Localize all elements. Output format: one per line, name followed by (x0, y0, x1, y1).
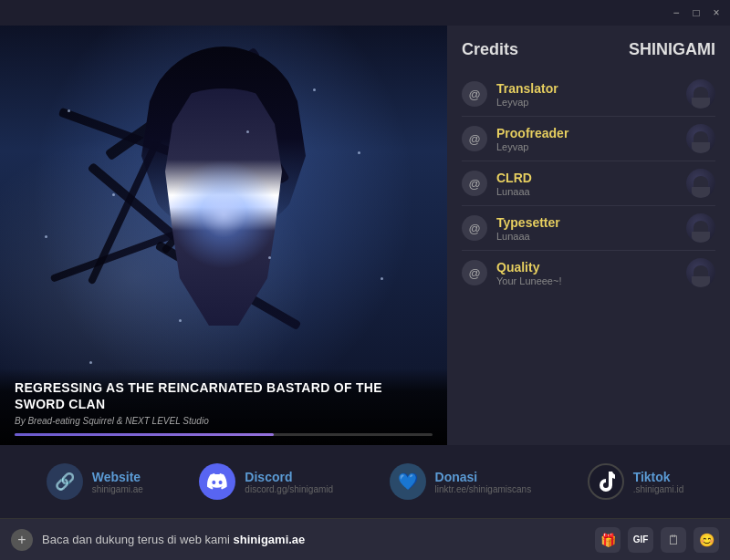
tiktok-text-group: Tiktok .shinigami.id (633, 470, 684, 494)
credit-avatar-typesetter (686, 213, 715, 243)
credit-name-clrd: Lunaaa (496, 186, 686, 197)
website-text-group: Website shinigami.ae (92, 470, 143, 494)
particle (68, 109, 70, 112)
credit-name-quality: Your Luneee~! (496, 275, 686, 286)
credit-item-quality: @ Quality Your Luneee~! (462, 251, 715, 295)
tiktok-icon (588, 463, 624, 500)
donasi-url: linktr.ee/shinigamiscans (435, 484, 532, 494)
credit-info-typesetter: Typesetter Lunaaa (496, 215, 686, 242)
gif-button[interactable]: GIF (628, 527, 653, 553)
links-bar: 🔗 Website shinigami.ae Discord discord.g… (0, 445, 730, 518)
particle (358, 151, 360, 154)
donasi-label: Donasi (435, 470, 532, 484)
emoji-button[interactable]: 😊 (694, 527, 719, 553)
credit-avatar-proofreader (686, 124, 715, 153)
at-icon-typesetter: @ (462, 215, 487, 241)
at-icon-clrd: @ (462, 171, 487, 196)
manga-author: By Bread-eating Squirrel & NEXT LEVEL St… (15, 416, 433, 426)
credit-role-clrd: CLRD (496, 171, 686, 185)
particle (89, 361, 92, 364)
add-content-button[interactable]: + (11, 529, 33, 551)
credit-name-typesetter: Lunaaa (496, 231, 686, 242)
credit-role-typesetter: Typesetter (496, 215, 686, 230)
credit-avatar-quality (686, 258, 715, 287)
at-icon-translator: @ (462, 81, 487, 107)
titlebar: − □ × (0, 0, 730, 26)
progress-bar-wrap (15, 433, 433, 436)
main-area: REGRESSING AS THE REINCARNATED BASTARD O… (0, 26, 730, 445)
website-url: shinigami.ae (92, 484, 143, 494)
link-website[interactable]: 🔗 Website shinigami.ae (47, 463, 143, 500)
credit-item-translator: @ Translator Leyvap (462, 72, 715, 117)
shinigami-label: SHINIGAMI (629, 40, 715, 59)
minimize-button[interactable]: − (670, 6, 683, 19)
credit-info-proofreader: Proofreader Leyvap (496, 126, 686, 152)
credit-info-translator: Translator Leyvap (496, 81, 686, 108)
center-glow (169, 160, 278, 269)
credit-name-translator: Leyvap (496, 97, 686, 108)
discord-url: discord.gg/shinigamid (245, 484, 333, 494)
right-panel: Credits SHINIGAMI @ Translator Leyvap @ … (447, 26, 730, 445)
cover-image: REGRESSING AS THE REINCARNATED BASTARD O… (0, 26, 447, 445)
particle (45, 235, 47, 238)
credit-item-typesetter: @ Typesetter Lunaaa (462, 206, 715, 251)
link-donasi[interactable]: 💙 Donasi linktr.ee/shinigamiscans (390, 463, 532, 500)
credit-item-clrd: @ CLRD Lunaaa (462, 161, 715, 206)
chat-message-highlight: shinigami.ae (234, 533, 306, 546)
credit-role-quality: Quality (496, 260, 686, 275)
credit-role-translator: Translator (496, 81, 686, 96)
gift-button[interactable]: 🎁 (595, 527, 620, 553)
progress-bar-fill (15, 433, 274, 436)
left-panel: REGRESSING AS THE REINCARNATED BASTARD O… (0, 26, 447, 445)
particle (268, 256, 271, 259)
credits-title: Credits (462, 40, 518, 59)
maximize-button[interactable]: □ (690, 6, 703, 19)
discord-icon (199, 463, 235, 500)
credits-header: Credits SHINIGAMI (462, 40, 715, 59)
title-overlay: REGRESSING AS THE REINCARNATED BASTARD O… (0, 368, 447, 445)
link-discord[interactable]: Discord discord.gg/shinigamid (199, 463, 333, 500)
credit-info-quality: Quality Your Luneee~! (496, 260, 686, 286)
particle (112, 193, 115, 196)
particle (246, 130, 249, 133)
credit-avatar-clrd (686, 169, 715, 198)
at-icon-quality: @ (462, 260, 487, 285)
chat-message-text: Baca dan dukung terus di web kami shinig… (42, 533, 586, 546)
credit-name-proofreader: Leyvap (496, 141, 686, 152)
credit-item-proofreader: @ Proofreader Leyvap (462, 117, 715, 161)
discord-text-group: Discord discord.gg/shinigamid (245, 470, 333, 494)
particle (313, 88, 316, 91)
credit-info-clrd: CLRD Lunaaa (496, 171, 686, 197)
chat-message-prefix: Baca dan dukung terus di web kami (42, 533, 234, 546)
website-label: Website (92, 470, 143, 484)
close-button[interactable]: × (710, 6, 723, 19)
manga-title: REGRESSING AS THE REINCARNATED BASTARD O… (15, 379, 433, 412)
discord-label: Discord (245, 470, 333, 484)
website-icon: 🔗 (47, 463, 83, 500)
donasi-icon: 💙 (390, 463, 426, 500)
donasi-text-group: Donasi linktr.ee/shinigamiscans (435, 470, 532, 494)
tiktok-label: Tiktok (633, 470, 684, 484)
at-icon-proofreader: @ (462, 126, 487, 151)
chat-actions: 🎁 GIF 🗒 😊 (595, 527, 719, 553)
sticker-button[interactable]: 🗒 (661, 527, 686, 553)
chat-bar: + Baca dan dukung terus di web kami shin… (0, 518, 730, 560)
link-tiktok[interactable]: Tiktok .shinigami.id (588, 463, 684, 500)
credit-avatar-translator (686, 79, 715, 109)
tiktok-url: .shinigami.id (633, 484, 684, 494)
particle (381, 277, 383, 280)
particle (179, 319, 182, 322)
credit-role-proofreader: Proofreader (496, 126, 686, 140)
